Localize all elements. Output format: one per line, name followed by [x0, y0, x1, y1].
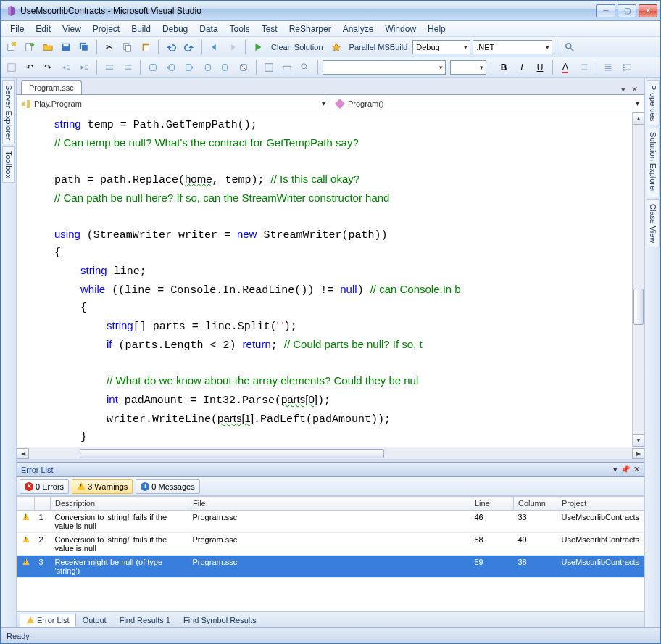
- col-line[interactable]: Line: [470, 497, 514, 511]
- menu-tools[interactable]: Tools: [225, 22, 255, 36]
- menu-file[interactable]: File: [5, 22, 29, 36]
- indent-more-button[interactable]: [76, 59, 92, 75]
- scroll-right-button[interactable]: ▶: [632, 448, 644, 459]
- hscroll-thumb[interactable]: [80, 449, 384, 458]
- code-editor[interactable]: string temp = Path.GetTempPath(); // Can…: [17, 112, 632, 447]
- bottom-tab-findsymbol[interactable]: Find Symbol Results: [177, 614, 263, 627]
- error-grid[interactable]: Description File Line Column Project 1Co…: [17, 496, 644, 611]
- class-view-tab[interactable]: Class View: [647, 199, 660, 247]
- platform-combo[interactable]: .NET: [473, 40, 552, 54]
- scroll-down-button[interactable]: ▼: [633, 434, 644, 447]
- save-all-button[interactable]: [76, 39, 92, 55]
- tb2-a[interactable]: [4, 59, 20, 75]
- menu-project[interactable]: Project: [88, 22, 125, 36]
- bookmark-next-button[interactable]: [181, 59, 197, 75]
- bold-button[interactable]: B: [496, 59, 512, 75]
- minimize-button[interactable]: ─: [596, 4, 615, 17]
- nav-prev-button[interactable]: ↶: [22, 59, 38, 75]
- maximize-button[interactable]: ▢: [618, 4, 636, 17]
- bottom-tab-output[interactable]: Output: [76, 614, 113, 627]
- menu-view[interactable]: View: [57, 22, 86, 36]
- parallel-msbuild-link[interactable]: Parallel MSBuild: [346, 43, 411, 51]
- navigate-forward-button[interactable]: [225, 39, 241, 55]
- scroll-up-button[interactable]: ▲: [633, 112, 644, 125]
- col-num[interactable]: [35, 497, 51, 511]
- server-explorer-tab[interactable]: Server Explorer: [2, 80, 15, 144]
- bottom-tab-errorlist[interactable]: Error List: [20, 614, 76, 627]
- underline-button[interactable]: U: [532, 59, 548, 75]
- indent-less-button[interactable]: [58, 59, 74, 75]
- cut-button[interactable]: ✂: [101, 39, 117, 55]
- member-combo[interactable]: Program(): [330, 95, 644, 112]
- panel-close-button[interactable]: ✕: [633, 465, 640, 474]
- col-col[interactable]: Column: [514, 497, 557, 511]
- properties-tab[interactable]: Properties: [647, 80, 660, 125]
- col-proj[interactable]: Project: [557, 497, 644, 511]
- config-combo[interactable]: Debug: [412, 40, 470, 54]
- undo-button[interactable]: [163, 39, 179, 55]
- add-item-button[interactable]: [22, 39, 38, 55]
- toolbox-tab[interactable]: Toolbox: [2, 146, 15, 183]
- bookmark-clear-button[interactable]: [236, 59, 251, 75]
- warnings-filter-button[interactable]: 3 Warnings: [72, 479, 133, 494]
- menu-edit[interactable]: Edit: [30, 22, 56, 36]
- nav-next-button[interactable]: ↷: [40, 59, 56, 75]
- error-row[interactable]: 2Conversion to 'string!' fails if the va…: [17, 533, 644, 556]
- error-row[interactable]: 3Receiver might be null (of type 'string…: [17, 556, 644, 578]
- tb2-bullets[interactable]: [619, 59, 635, 75]
- font-name-combo[interactable]: [323, 60, 446, 75]
- bottom-tab-find1[interactable]: Find Results 1: [113, 614, 177, 627]
- italic-button[interactable]: I: [514, 59, 530, 75]
- save-button[interactable]: [58, 39, 74, 55]
- messages-filter-button[interactable]: i0 Messages: [136, 479, 199, 494]
- paste-button[interactable]: [138, 39, 154, 55]
- col-icon[interactable]: [17, 497, 35, 511]
- menu-build[interactable]: Build: [126, 22, 156, 36]
- panel-pin-button[interactable]: 📌: [620, 465, 631, 474]
- vscroll-thumb[interactable]: [633, 289, 644, 325]
- scroll-left-button[interactable]: ◀: [17, 448, 29, 459]
- font-size-combo[interactable]: [450, 60, 486, 75]
- tab-dropdown-button[interactable]: ▾: [619, 85, 628, 94]
- col-file[interactable]: File: [188, 497, 470, 511]
- open-button[interactable]: [40, 39, 56, 55]
- tb2-list1[interactable]: [575, 59, 591, 75]
- comment-button[interactable]: [101, 59, 117, 75]
- menu-help[interactable]: Help: [423, 22, 451, 36]
- title-bar[interactable]: UseMscorlibContracts - Microsoft Visual …: [1, 1, 660, 21]
- navigate-back-button[interactable]: [207, 39, 223, 55]
- col-desc[interactable]: Description: [51, 497, 188, 511]
- bookmark-next-folder-button[interactable]: [217, 59, 233, 75]
- panel-menu-button[interactable]: ▾: [613, 465, 618, 474]
- solution-explorer-tab[interactable]: Solution Explorer: [647, 128, 660, 197]
- type-combo[interactable]: Play.Program: [17, 95, 330, 112]
- error-row[interactable]: 1Conversion to 'string!' fails if the va…: [17, 511, 644, 533]
- redo-button[interactable]: [181, 39, 197, 55]
- bookmark-button[interactable]: [145, 59, 161, 75]
- uncomment-button[interactable]: [120, 59, 136, 75]
- tb2-list2[interactable]: [601, 59, 617, 75]
- find-in-files-button[interactable]: [562, 39, 578, 55]
- editor-vscrollbar[interactable]: ▲ ▼: [632, 112, 644, 447]
- clean-solution-link[interactable]: Clean Solution: [268, 43, 326, 51]
- tb2-x2[interactable]: [279, 59, 295, 75]
- tb2-x1[interactable]: [261, 59, 277, 75]
- tab-close-button[interactable]: ✕: [629, 85, 640, 94]
- bookmark-prev-folder-button[interactable]: [199, 59, 215, 75]
- tb2-x3[interactable]: [297, 59, 313, 75]
- menu-debug[interactable]: Debug: [157, 22, 193, 36]
- editor-hscrollbar[interactable]: ◀ ▶: [17, 447, 644, 459]
- font-color-button[interactable]: A: [557, 59, 573, 75]
- menu-test[interactable]: Test: [257, 22, 283, 36]
- menu-window[interactable]: Window: [380, 22, 421, 36]
- tab-program-ssc[interactable]: Program.ssc: [21, 80, 82, 94]
- bookmark-prev-button[interactable]: [163, 59, 179, 75]
- menu-resharper[interactable]: ReSharper: [284, 22, 336, 36]
- errors-filter-button[interactable]: ✕0 Errors: [20, 479, 69, 494]
- close-button[interactable]: ✕: [639, 4, 657, 17]
- panel-title-bar[interactable]: Error List ▾ 📌 ✕: [17, 463, 644, 477]
- menu-analyze[interactable]: Analyze: [338, 22, 379, 36]
- menu-data[interactable]: Data: [194, 22, 223, 36]
- new-project-button[interactable]: [4, 39, 20, 55]
- copy-button[interactable]: [120, 39, 136, 55]
